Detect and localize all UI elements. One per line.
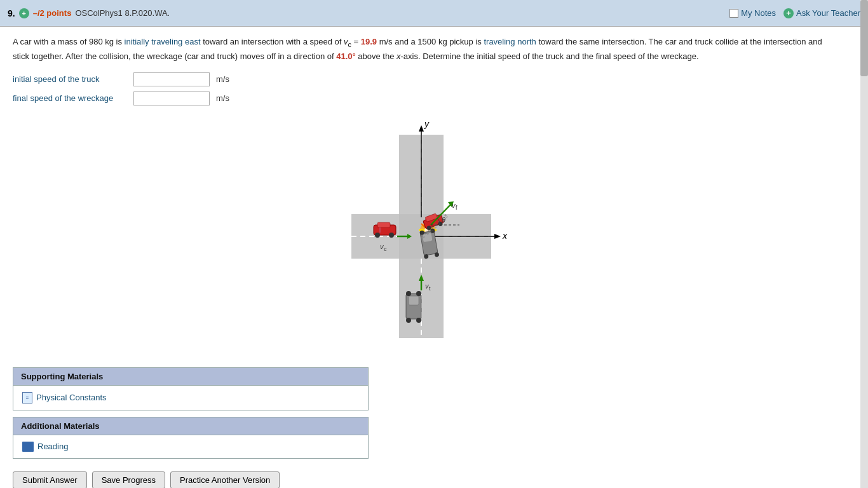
svg-point-16 [389,233,394,238]
doc-icon: ≡ [22,392,32,403]
scrollbar-track [860,0,868,488]
svg-text:x: x [502,231,508,241]
svg-point-26 [406,291,411,296]
final-speed-input[interactable] [133,92,210,105]
reading-label: Reading [37,442,68,451]
ask-teacher-button[interactable]: + Ask Your Teacher [783,8,860,18]
final-speed-label: final speed of the wreckage [13,93,127,103]
problem-text: A car with a mass of 980 kg is initially… [13,36,830,64]
svg-text:c: c [384,246,387,252]
practice-another-button[interactable]: Practice Another Version [170,471,280,488]
supporting-materials-header: Supporting Materials [13,367,369,386]
question-header: 9. + –/2 points OSColPhys1 8.P.020.WA. M… [0,0,868,27]
physics-diagram: y x v c [301,116,542,357]
plus-icon: + [783,8,794,18]
book-icon [22,442,34,452]
bottom-buttons: Submit Answer Save Progress Practice Ano… [13,471,830,488]
header-right: My Notes + Ask Your Teacher [729,8,860,18]
svg-text:y: y [424,119,430,129]
svg-text:f: f [456,205,458,211]
points-text: –/2 points [33,8,72,18]
points-badge-icon[interactable]: + [19,8,29,18]
ask-teacher-label: Ask Your Teacher [796,8,860,18]
initial-speed-row: initial speed of the truck m/s [13,72,830,86]
additional-materials-body: Reading [13,435,369,459]
svg-marker-10 [494,234,501,239]
final-speed-unit: m/s [216,93,229,103]
page-wrapper: 9. + –/2 points OSColPhys1 8.P.020.WA. M… [0,0,868,488]
physical-constants-link[interactable]: ≡ Physical Constants [22,392,359,403]
svg-point-15 [375,233,380,238]
svg-point-27 [416,291,421,296]
svg-rect-23 [409,296,419,305]
supporting-materials-body: ≡ Physical Constants [13,386,369,410]
initial-speed-input[interactable] [133,72,210,86]
additional-materials-header: Additional Materials [13,417,369,435]
header-left: 9. + –/2 points OSColPhys1 8.P.020.WA. [8,8,170,18]
additional-materials-section: Additional Materials Reading [13,417,369,459]
main-content: A car with a mass of 980 kg is initially… [0,27,868,488]
scrollbar-thumb[interactable] [860,0,868,76]
svg-point-25 [416,318,421,323]
final-speed-row: final speed of the wreckage m/s [13,92,830,105]
question-number: 9. [8,8,15,18]
notes-checkbox[interactable] [729,9,738,18]
svg-marker-8 [419,125,424,132]
submit-answer-button[interactable]: Submit Answer [13,471,87,488]
save-progress-button[interactable]: Save Progress [92,471,165,488]
svg-rect-14 [377,222,390,227]
physical-constants-label: Physical Constants [36,393,107,402]
reading-link[interactable]: Reading [22,442,359,452]
my-notes-button[interactable]: My Notes [729,8,776,18]
diagram-container: y x v c [13,116,830,357]
svg-point-24 [406,318,411,323]
supporting-materials-section: Supporting Materials ≡ Physical Constant… [13,367,369,410]
notes-label: My Notes [741,8,776,18]
question-id: OSColPhys1 8.P.020.WA. [75,8,170,18]
initial-speed-label: initial speed of the truck [13,74,127,84]
initial-speed-unit: m/s [216,74,229,84]
